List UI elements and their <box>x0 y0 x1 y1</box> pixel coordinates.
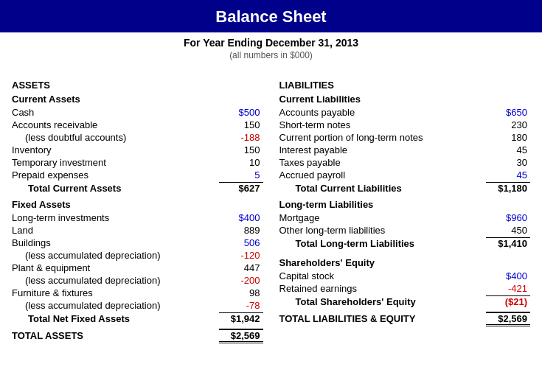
fa-row-bldg-depr: (less accumulated depreciation) -120 <box>12 249 263 262</box>
eq-row-retained: Retained earnings -421 <box>279 282 531 295</box>
total-net-fixed-assets: Total Net Fixed Assets $1,942 <box>12 312 263 325</box>
header-bar: Balance Sheet <box>0 0 542 32</box>
total-current-assets: Total Current Assets $627 <box>12 181 263 195</box>
fa-row-lt-invest: Long-term investments $400 <box>12 211 263 224</box>
ca-row-temp-invest: Temporary investment 10 <box>12 156 263 169</box>
ca-row-prepaid: Prepaid expenses 5 <box>12 169 263 181</box>
fa-row-buildings: Buildings 506 <box>12 237 263 249</box>
total-assets: TOTAL ASSETS $2,569 <box>12 328 263 344</box>
current-assets-header: Current Assets <box>12 94 263 105</box>
subtitle2: (all numbers in $000) <box>0 50 542 60</box>
current-liabilities-header: Current Liabilities <box>279 94 531 105</box>
equity-header: Shareholders' Equity <box>279 257 531 268</box>
liabilities-header: LIABILITIES <box>279 80 531 91</box>
total-current-liabilities: Total Current Liabilities $1,180 <box>279 181 531 195</box>
fa-row-plant-depr: (less accumulated depreciation) -200 <box>12 274 263 287</box>
total-equity: Total Shareholders' Equity ($21) <box>279 295 531 308</box>
ca-row-cash: Cash $500 <box>12 106 263 119</box>
ca-row-inventory: Inventory 150 <box>12 144 263 156</box>
assets-column: ASSETS Current Assets Cash $500 Accounts… <box>7 74 268 344</box>
eq-row-capital: Capital stock $400 <box>279 270 531 282</box>
lt-liabilities-header: Long-term Liabilities <box>279 199 531 210</box>
cl-row-ap: Accounts payable $650 <box>279 106 531 119</box>
fixed-assets-header: Fixed Assets <box>12 199 263 210</box>
assets-header: ASSETS <box>12 80 263 91</box>
ca-row-doubtful: (less doubtful accounts) -188 <box>12 131 263 144</box>
fa-row-furn-depr: (less accumulated depreciation) -78 <box>12 299 263 312</box>
fa-row-furniture: Furniture & fixtures 98 <box>12 287 263 299</box>
total-lt-liabilities: Total Long-term Liabilities $1,410 <box>279 237 531 250</box>
total-liabilities-equity: TOTAL LIABILITIES & EQUITY $2,569 <box>279 311 531 327</box>
page-title: Balance Sheet <box>215 7 326 26</box>
cl-row-interest: Interest payable 45 <box>279 144 531 156</box>
cl-row-stn: Short-term notes 230 <box>279 119 531 131</box>
subtitle: For Year Ending December 31, 2013 <box>0 37 542 49</box>
ca-row-ar: Accounts receivable 150 <box>12 119 263 131</box>
lt-row-other: Other long-term liabilities 450 <box>279 224 531 237</box>
cl-row-accrued: Accrued payroll 45 <box>279 169 531 181</box>
liabilities-column: LIABILITIES Current Liabilities Accounts… <box>275 74 535 344</box>
fa-row-plant: Plant & equipment 447 <box>12 262 263 274</box>
cl-row-cplt: Current portion of long-term notes 180 <box>279 131 531 144</box>
fa-row-land: Land 889 <box>12 224 263 237</box>
cl-row-taxes: Taxes payable 30 <box>279 156 531 169</box>
lt-row-mortgage: Mortgage $960 <box>279 211 531 224</box>
